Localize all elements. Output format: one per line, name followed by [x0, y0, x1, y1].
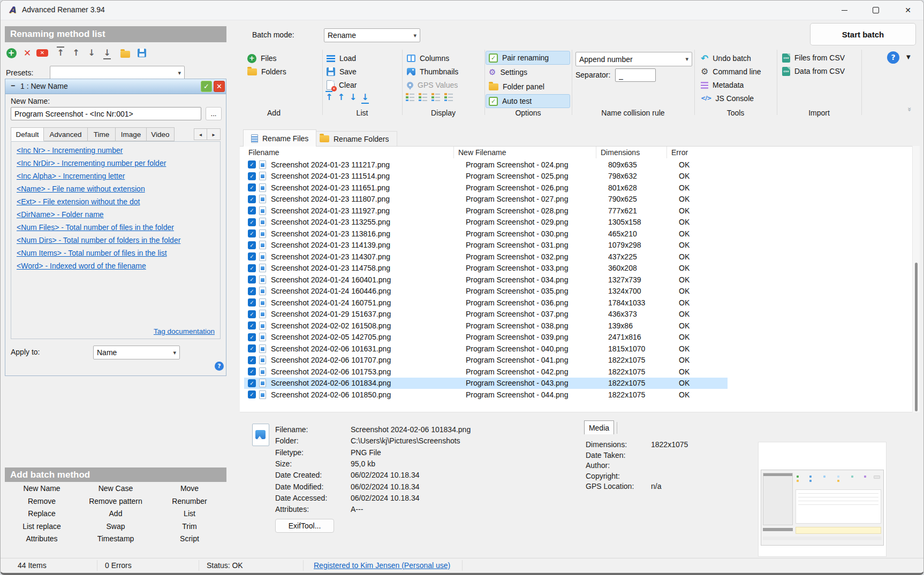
tab-scroll-left-icon[interactable]: ◂	[194, 128, 207, 140]
file-row[interactable]: ✓Screenshot 2024-01-23 113816.pngProgram…	[244, 228, 728, 240]
file-row[interactable]: ✓Screenshot 2024-01-23 111927.pngProgram…	[244, 205, 728, 217]
batch-mode-dropdown[interactable]: Rename ▾	[324, 28, 420, 42]
open-preset-icon[interactable]	[119, 47, 132, 59]
start-batch-button[interactable]: Start batch	[810, 23, 916, 45]
collapse-icon[interactable]: −	[11, 79, 15, 93]
data-from-csv-button[interactable]: csvData from CSV	[782, 65, 845, 77]
registered-link[interactable]: Registered to Kim Jensen (Personal use)	[314, 561, 450, 570]
collision-rule-dropdown[interactable]: Append number ▾	[575, 52, 692, 66]
column-header-new-filename[interactable]: New Filename	[453, 147, 596, 158]
file-row[interactable]: ✓Screenshot 2024-01-23 111651.pngProgram…	[244, 182, 728, 194]
help-icon[interactable]: ?	[887, 51, 899, 64]
move-down-icon[interactable]: ↓	[350, 93, 357, 102]
file-row[interactable]: ✓Screenshot 2024-01-23 111514.pngProgram…	[244, 171, 728, 182]
batch-method-item[interactable]: Remove pattern	[79, 496, 153, 509]
batch-method-item[interactable]: Remove	[5, 496, 79, 509]
vertical-scrollbar[interactable]	[912, 146, 920, 412]
file-row[interactable]: ✓Screenshot 2024-01-23 113255.pngProgram…	[244, 217, 728, 228]
save-list-button[interactable]: Save	[327, 66, 357, 78]
tag-link[interactable]: <Num Dirs> - Total number of folders in …	[17, 236, 220, 245]
apply-to-dropdown[interactable]: Name ▾	[93, 346, 180, 359]
move-up-icon[interactable]: ↑	[337, 93, 344, 102]
close-button[interactable]: ✕	[896, 1, 920, 20]
tag-link[interactable]: <Ext> - File extension without the dot	[17, 197, 220, 206]
move-top-icon[interactable]: ↑	[325, 93, 332, 102]
js-console-button[interactable]: </>JS Console	[701, 93, 754, 104]
view-list-icon[interactable]	[444, 93, 453, 101]
batch-method-item[interactable]: Swap	[79, 521, 153, 534]
tag-link[interactable]: <Num Files> - Total number of files in t…	[17, 223, 220, 232]
file-row[interactable]: ✓Screenshot 2024-01-23 114307.pngProgram…	[244, 251, 728, 263]
file-row[interactable]: ✓Screenshot 2024-01-23 111807.pngProgram…	[244, 194, 728, 205]
row-checkbox[interactable]: ✓	[248, 172, 256, 180]
method-enabled-checkbox[interactable]: ✓	[201, 81, 212, 92]
remove-method-button[interactable]: ✕	[21, 47, 34, 59]
column-header-dimensions[interactable]: Dimensions	[596, 147, 667, 158]
tag-link[interactable]: <Word> - Indexed word of the filename	[17, 262, 220, 271]
row-checkbox[interactable]: ✓	[248, 183, 256, 191]
command-line-button[interactable]: ⚙Command line	[701, 66, 761, 78]
move-method-bottom-button[interactable]: ↓	[101, 47, 113, 59]
batch-method-item[interactable]: New Name	[5, 483, 79, 496]
batch-method-item[interactable]: Timestamp	[79, 533, 153, 546]
minimize-button[interactable]	[832, 1, 857, 20]
folder-panel-button[interactable]: Folder panel	[489, 81, 544, 93]
tab-media[interactable]: Media	[584, 420, 614, 434]
move-method-top-button[interactable]: ↑	[54, 47, 67, 59]
row-checkbox[interactable]: ✓	[248, 275, 256, 283]
file-row[interactable]: ✓Screenshot 2024-02-05 142705.pngProgram…	[244, 332, 728, 343]
tab-advanced[interactable]: Advanced	[44, 127, 88, 141]
tab-rename-folders[interactable]: Rename Folders	[312, 131, 397, 147]
file-row[interactable]: ✓Screenshot 2024-02-06 101850.pngProgram…	[244, 389, 728, 401]
row-checkbox[interactable]: ✓	[248, 356, 256, 364]
batch-method-item[interactable]: Script	[153, 533, 226, 546]
method-header[interactable]: − 1 : New Name ✓ ✕	[5, 79, 226, 94]
row-checkbox[interactable]: ✓	[248, 229, 256, 237]
row-checkbox[interactable]: ✓	[248, 344, 256, 352]
row-checkbox[interactable]: ✓	[248, 298, 256, 306]
row-checkbox[interactable]: ✓	[248, 390, 256, 398]
file-row[interactable]: ✓Screenshot 2024-02-06 101631.pngProgram…	[244, 343, 728, 355]
row-checkbox[interactable]: ✓	[248, 264, 256, 272]
pair-renaming-toggle[interactable]: ✓Pair renaming	[489, 52, 549, 64]
collapse-ribbon-icon[interactable]: »	[906, 107, 914, 111]
batch-method-item[interactable]: New Case	[79, 483, 153, 496]
file-row[interactable]: ✓Screenshot 2024-02-02 161508.pngProgram…	[244, 320, 728, 332]
tag-link[interactable]: <Inc NrDir> - Incrementing number per fo…	[17, 159, 220, 168]
view-grid-icon[interactable]	[431, 93, 441, 101]
batch-method-item[interactable]: Renumber	[153, 496, 226, 509]
file-row[interactable]: ✓Screenshot 2024-01-24 160446.pngProgram…	[244, 286, 728, 297]
settings-button[interactable]: ⚙Settings	[489, 66, 527, 78]
file-row[interactable]: ✓Screenshot 2024-01-23 114758.pngProgram…	[244, 263, 728, 274]
view-detail-icon[interactable]	[406, 93, 415, 101]
row-checkbox[interactable]: ✓	[248, 321, 256, 329]
file-row[interactable]: ✓Screenshot 2024-01-29 151637.pngProgram…	[244, 309, 728, 320]
new-name-input[interactable]	[11, 107, 201, 120]
tab-video[interactable]: Video	[147, 127, 175, 141]
row-checkbox[interactable]: ✓	[248, 379, 256, 387]
move-bottom-icon[interactable]: ↓	[361, 93, 368, 102]
file-row[interactable]: ✓Screenshot 2024-01-24 160751.pngProgram…	[244, 297, 728, 309]
add-folders-button[interactable]: Folders	[247, 66, 286, 78]
file-row[interactable]: ✓Screenshot 2024-01-24 160401.pngProgram…	[244, 274, 728, 286]
batch-method-item[interactable]: List replace	[5, 521, 79, 534]
thumbnails-button[interactable]: Thumbnails	[407, 66, 458, 78]
gps-values-button[interactable]: GPS Values	[407, 79, 458, 91]
scrollbar-thumb[interactable]	[915, 263, 918, 411]
clear-methods-button[interactable]: ✕	[36, 47, 49, 59]
row-checkbox[interactable]: ✓	[248, 310, 256, 318]
undo-batch-button[interactable]: ↶Undo batch	[701, 52, 751, 64]
tab-default[interactable]: Default	[11, 127, 44, 141]
move-method-up-button[interactable]: ↑	[70, 47, 82, 59]
clear-list-button[interactable]: ✕Clear	[327, 79, 357, 91]
tag-link[interactable]: <DirName> - Folder name	[17, 210, 220, 219]
tab-scroll-right-icon[interactable]: ▸	[207, 128, 221, 140]
move-method-down-button[interactable]: ↓	[85, 47, 98, 59]
separator-input[interactable]	[615, 68, 656, 82]
file-row[interactable]: ✓Screenshot 2024-02-06 101753.pngProgram…	[244, 366, 728, 378]
maximize-button[interactable]	[864, 1, 888, 20]
file-row[interactable]: ✓Screenshot 2024-02-06 101707.pngProgram…	[244, 355, 728, 366]
presets-dropdown[interactable]: ▾	[50, 66, 185, 80]
method-help-icon[interactable]: ?	[215, 362, 224, 371]
file-row[interactable]: ✓Screenshot 2024-01-23 114139.pngProgram…	[244, 240, 728, 251]
